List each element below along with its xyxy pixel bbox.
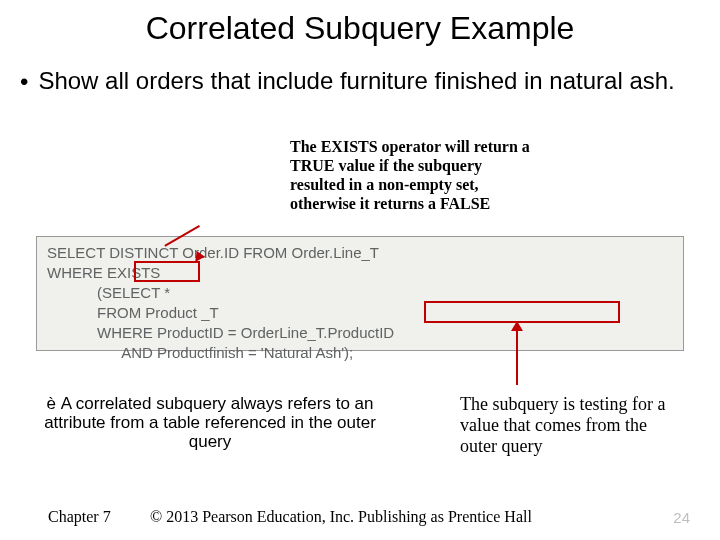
bullet-text: Show all orders that include furniture f… (38, 67, 674, 95)
bullet-item: • Show all orders that include furniture… (0, 47, 720, 97)
footer-chapter: Chapter 7 (48, 508, 111, 526)
exists-explanation: The EXISTS operator will return a TRUE v… (290, 137, 540, 213)
sql-code-box: SELECT DISTINCT Order.ID FROM Order.Line… (36, 236, 684, 351)
outer-query-note: The subquery is testing for a value that… (460, 394, 670, 457)
correlated-note: è A correlated subquery always refers to… (40, 394, 380, 451)
arrow-right-icon: è (47, 394, 61, 413)
footer-page-number: 24 (673, 509, 690, 526)
correlated-note-text: A correlated subquery always refers to a… (44, 394, 376, 451)
slide-title: Correlated Subquery Example (0, 0, 720, 47)
footer-copyright: © 2013 Pearson Education, Inc. Publishin… (150, 508, 532, 526)
bullet-marker: • (20, 67, 38, 97)
